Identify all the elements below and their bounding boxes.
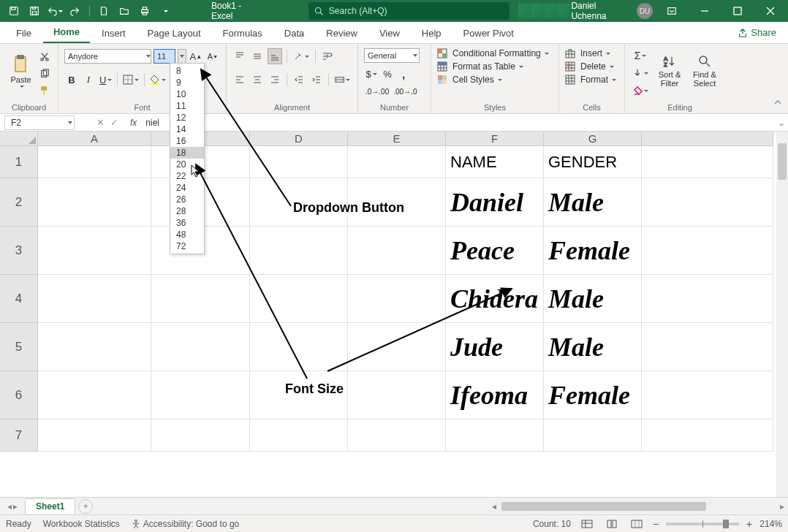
row-header[interactable]: 1: [0, 146, 38, 178]
cell[interactable]: [38, 227, 151, 275]
cell[interactable]: [642, 275, 773, 323]
font-size-option[interactable]: 36: [170, 217, 204, 229]
orientation-icon[interactable]: [292, 48, 311, 64]
page-break-view-icon[interactable]: [628, 517, 645, 531]
scroll-right-icon[interactable]: ▸: [776, 501, 788, 512]
row-header[interactable]: 5: [0, 323, 38, 371]
tab-view[interactable]: View: [369, 23, 410, 43]
percent-icon[interactable]: %: [380, 66, 395, 82]
collapse-ribbon-icon[interactable]: [770, 94, 785, 110]
cell[interactable]: [250, 323, 348, 371]
cell-styles-button[interactable]: Cell Styles: [437, 75, 553, 85]
new-file-icon[interactable]: [94, 1, 113, 20]
col-header[interactable]: [642, 132, 773, 146]
font-size-option[interactable]: 10: [170, 88, 204, 100]
cell[interactable]: Female: [544, 227, 642, 275]
formula-bar-text[interactable]: niel: [145, 118, 159, 128]
sort-filter-button[interactable]: AZ Sort & Filter: [654, 47, 685, 95]
add-sheet-button[interactable]: +: [78, 499, 93, 514]
font-size-option[interactable]: 28: [170, 205, 204, 217]
cell[interactable]: GENDER: [544, 146, 642, 178]
row-header[interactable]: 4: [0, 275, 38, 323]
font-size-option[interactable]: 72: [170, 240, 204, 252]
clear-icon[interactable]: [631, 83, 650, 98]
font-size-option[interactable]: 11: [170, 100, 204, 112]
col-header[interactable]: A: [38, 132, 151, 146]
font-size-option[interactable]: 16: [170, 135, 204, 147]
borders-icon[interactable]: [121, 72, 140, 88]
scrollbar-thumb[interactable]: [778, 143, 787, 180]
scrollbar-thumb[interactable]: [501, 502, 706, 511]
cell[interactable]: [250, 275, 348, 323]
user-name[interactable]: Daniel Uchenna: [571, 1, 632, 21]
row-header[interactable]: 3: [0, 227, 38, 275]
sheet-nav-first-icon[interactable]: ◂: [7, 501, 12, 512]
tab-review[interactable]: Review: [316, 23, 368, 43]
number-format-combo[interactable]: General: [364, 48, 420, 63]
autosum-icon[interactable]: Σ: [631, 48, 650, 63]
row-header[interactable]: 2: [0, 178, 38, 227]
scroll-left-icon[interactable]: ◂: [488, 501, 500, 512]
row-header[interactable]: 6: [0, 371, 38, 419]
decrease-font-icon[interactable]: A▼: [205, 48, 220, 64]
print-icon[interactable]: [135, 1, 154, 20]
cell[interactable]: Female: [544, 371, 642, 419]
select-all-corner[interactable]: [0, 132, 38, 146]
cell[interactable]: [348, 275, 446, 323]
format-painter-icon[interactable]: [37, 83, 52, 98]
cancel-formula-icon[interactable]: ✕: [96, 117, 105, 128]
fill-color-icon[interactable]: [148, 72, 167, 88]
find-select-button[interactable]: Find & Select: [689, 47, 720, 95]
expand-formula-bar-icon[interactable]: ⌄: [775, 118, 788, 128]
cell[interactable]: [38, 323, 151, 371]
font-name-combo[interactable]: Anydore: [64, 49, 151, 64]
align-top-icon[interactable]: [232, 48, 247, 64]
cell[interactable]: Daniel: [446, 178, 544, 227]
close-icon[interactable]: [757, 0, 785, 22]
cut-icon[interactable]: [37, 50, 52, 65]
font-size-dropdown[interactable]: 8 9 10 11 12 14 16 18 20 22 24 26 28 36 …: [170, 63, 205, 254]
sheet-nav-last-icon[interactable]: ▸: [13, 501, 18, 512]
paste-button[interactable]: Paste: [6, 47, 36, 95]
cell[interactable]: [544, 419, 642, 452]
cell[interactable]: [348, 227, 446, 275]
zoom-slider[interactable]: [666, 522, 739, 525]
cell[interactable]: [348, 146, 446, 178]
format-cells-button[interactable]: Format: [565, 75, 618, 85]
cell[interactable]: [38, 146, 151, 178]
cell[interactable]: [250, 227, 348, 275]
qat-customize-icon[interactable]: [156, 1, 175, 20]
cell[interactable]: Chidera: [446, 275, 544, 323]
font-size-option[interactable]: 8: [170, 65, 204, 77]
cell[interactable]: [250, 178, 348, 227]
autosave-icon[interactable]: [4, 1, 23, 20]
vertical-scrollbar[interactable]: [776, 132, 788, 497]
delete-cells-button[interactable]: Delete: [565, 61, 618, 72]
cell[interactable]: [250, 371, 348, 419]
cell[interactable]: [642, 419, 773, 452]
underline-button[interactable]: U: [98, 72, 113, 88]
col-header[interactable]: E: [348, 132, 446, 146]
tab-file[interactable]: File: [6, 23, 42, 43]
font-size-combo[interactable]: 11: [154, 49, 175, 64]
fill-icon[interactable]: [631, 66, 650, 80]
zoom-out-icon[interactable]: −: [653, 518, 659, 530]
decrease-indent-icon[interactable]: [292, 72, 306, 88]
increase-indent-icon[interactable]: [309, 72, 324, 88]
cell[interactable]: [38, 371, 151, 419]
font-size-dropdown-button[interactable]: [178, 49, 186, 64]
col-header[interactable]: D: [250, 132, 348, 146]
cell[interactable]: Jude: [446, 323, 544, 371]
cell[interactable]: [151, 275, 250, 323]
align-middle-icon[interactable]: [250, 48, 265, 64]
search-box[interactable]: Search (Alt+Q): [308, 2, 510, 20]
merge-center-icon[interactable]: [333, 72, 352, 88]
decrease-decimal-icon[interactable]: .00→.0: [392, 83, 418, 99]
insert-cells-button[interactable]: Insert: [565, 48, 618, 58]
wrap-text-icon[interactable]: [320, 48, 335, 64]
horizontal-scrollbar[interactable]: ◂ ▸: [488, 501, 788, 512]
font-size-option[interactable]: 9: [170, 77, 204, 88]
tab-power-pivot[interactable]: Power Pivot: [453, 23, 524, 43]
sheet-tab[interactable]: Sheet1: [25, 498, 75, 514]
accessibility-status[interactable]: Accessibility: Good to go: [132, 519, 239, 529]
